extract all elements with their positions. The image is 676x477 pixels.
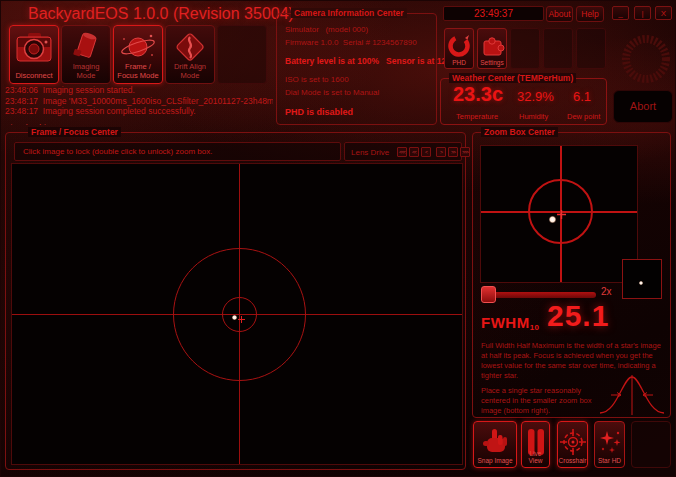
tool-slot-empty (576, 28, 606, 69)
fwhm-curve-icon (597, 371, 667, 421)
camera-iso-line: ISO is set to 1600 (285, 75, 349, 84)
temperature-value: 23.3c (453, 83, 503, 106)
dewpoint-label: Dew point (567, 112, 600, 121)
frame-focus-title: Frame / Focus Center (28, 127, 121, 137)
camera-battery-line: Battery level is at 100% Sensor is at 12… (285, 56, 451, 66)
fwhm-value: 25.1 (547, 299, 609, 333)
action-button-label: Live View (522, 450, 549, 464)
lens-drive-in-med-button[interactable]: << (409, 147, 419, 157)
close-button[interactable]: X (655, 6, 672, 20)
lens-drive-in-slow-button[interactable]: < (421, 147, 431, 157)
mode-button-label: Drift Align Mode (167, 63, 213, 80)
action-slot-empty (631, 421, 671, 468)
lens-drive-in-fast-button[interactable]: <<< (397, 147, 407, 157)
zoom-slider-track[interactable] (483, 292, 596, 298)
lens-drive-out-fast-button[interactable]: >>> (460, 147, 470, 157)
camera-information-title: Camera Information Center (291, 8, 407, 18)
action-button-label: Snap Image (474, 457, 516, 464)
lens-drive-label: Lens Drive (351, 148, 389, 157)
crosshair-icon (559, 427, 587, 461)
abort-button[interactable]: Abort (613, 90, 673, 123)
phd-button[interactable]: PHD (444, 28, 474, 69)
tool-slot-empty (510, 28, 540, 69)
humidity-label: Humidity (519, 112, 548, 121)
star-hd-button[interactable]: Star HD (594, 421, 625, 468)
help-button[interactable]: Help (576, 6, 604, 22)
temperature-label: Temperature (456, 112, 498, 121)
mode-button-label: Imaging Mode (63, 63, 109, 80)
camera-dial-line: Dial Mode is set to Manual (285, 88, 379, 97)
minimize-button[interactable]: _ (612, 6, 629, 20)
mode-button-label: Frame / Focus Mode (115, 63, 161, 80)
stars-icon (596, 427, 624, 461)
zoom-box-hint: Click image to lock (double click to unl… (14, 142, 341, 161)
zoom-slider-handle[interactable] (481, 286, 496, 303)
zoom-star-point (549, 216, 556, 223)
fwhm-text: FWHM (481, 314, 530, 331)
camera-firmware-line: Firmware 1.0.0 Serial # 1234567890 (285, 38, 417, 47)
weather-panel: Weather Center (TEMPerHum) 23.3c Tempera… (440, 78, 607, 125)
log-line: 23:48:17 Image 'M33_10000ms_1600iso_CLSf… (5, 96, 273, 107)
inset-star-point (639, 281, 643, 285)
live-view-button[interactable]: Live View (521, 421, 550, 468)
drift-align-mode-button[interactable]: Drift Align Mode (165, 25, 215, 84)
phd-status-line: PHD is disabled (285, 107, 353, 117)
app-window: BackyardEOS 1.0.0 (Revision 35004) Disco… (0, 0, 676, 477)
session-log: 23:48:06 Imaging session started. 23:48:… (5, 85, 273, 125)
star-marker-icon (237, 310, 246, 328)
disconnect-button[interactable]: Disconnect (9, 25, 59, 84)
camera-information-panel: Camera Information Center Simulator (mod… (276, 13, 437, 125)
view-log-history-link[interactable]: View log history... (5, 123, 71, 126)
app-title: BackyardEOS 1.0.0 (Revision 35004) (28, 5, 294, 23)
tool-button-label: PHD (445, 59, 473, 66)
zoom-star-marker-icon (556, 206, 567, 224)
hand-pointer-icon (479, 427, 511, 461)
crosshair-button[interactable]: Crosshair (557, 421, 588, 468)
action-button-label: Star HD (595, 457, 624, 464)
settings-button[interactable]: Settings (477, 28, 507, 69)
humidity-value: 32.9% (517, 89, 554, 104)
frame-focus-image[interactable] (11, 163, 463, 465)
zoom-box-panel: Zoom Box Center 2x FWHM10 25.1 Full Widt… (472, 132, 671, 418)
frame-focus-panel: Frame / Focus Center Click image to lock… (5, 132, 466, 470)
fwhm-instruction: Place a single star reasonably centered … (481, 386, 599, 416)
zoom-box-title: Zoom Box Center (481, 127, 558, 137)
zoom-box-image[interactable] (480, 145, 638, 283)
tool-slot-empty (543, 28, 573, 69)
log-line: 23:48:06 Imaging session started. (5, 85, 273, 96)
lens-drive-out-med-button[interactable]: >> (448, 147, 458, 157)
action-button-label: Crosshair (558, 457, 587, 464)
lens-drive-box: Lens Drive <<< << < > >> >>> (344, 142, 462, 161)
snap-image-button[interactable]: Snap Image (473, 421, 517, 468)
camera-icon (15, 30, 53, 70)
zoom-level-value: 2x (601, 286, 612, 297)
camera-model-line: Simulator (model 000) (285, 25, 368, 34)
fwhm-label: FWHM10 (481, 314, 540, 332)
clock-display: 23:49:37 (443, 6, 544, 21)
fwhm-subscript: 10 (530, 323, 540, 332)
about-button[interactable]: About (546, 6, 573, 22)
zoom-inset-box[interactable] (622, 259, 662, 299)
mode-button-label: Disconnect (11, 72, 57, 81)
dewpoint-value: 6.1 (573, 89, 591, 104)
mode-slot-empty (217, 25, 267, 84)
tool-button-label: Settings (478, 59, 506, 66)
lens-drive-out-slow-button[interactable]: > (436, 147, 446, 157)
weather-title: Weather Center (TEMPerHum) (449, 73, 576, 83)
frame-focus-mode-button[interactable]: Frame / Focus Mode (113, 25, 163, 84)
imaging-mode-button[interactable]: Imaging Mode (61, 25, 111, 84)
progress-spinner (620, 33, 672, 89)
maximize-button[interactable]: | (634, 6, 651, 20)
log-line: 23:48:17 Imaging session completed succe… (5, 106, 273, 117)
